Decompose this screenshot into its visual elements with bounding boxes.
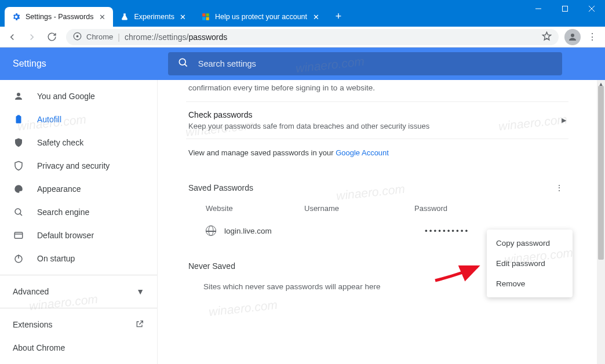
sidebar-about-label: About Chrome [13,343,65,352]
content-area: confirmation every time before signing i… [158,80,605,364]
back-button[interactable] [3,28,21,46]
svg-point-10 [571,34,574,37]
tab-strip: Settings - Passwords ✕ Experiments ✕ Hel… [5,7,327,27]
close-icon[interactable]: ✕ [98,13,106,21]
sidebar-item-label: On startup [37,254,75,263]
person-icon [13,91,24,101]
saved-passwords-title: Saved Passwords [188,183,253,192]
address-bar[interactable]: Chrome | chrome://settings/passwords [66,29,559,45]
vertical-scrollbar[interactable]: ▴ [597,80,605,364]
profile-avatar-button[interactable] [564,29,581,45]
divider: | [118,32,120,42]
sidebar-advanced[interactable]: Advanced ▼ [0,280,157,303]
svg-rect-3 [206,17,209,20]
close-window-button[interactable] [578,0,605,17]
svg-point-9 [76,35,79,37]
window-titlebar: Settings - Passwords ✕ Experiments ✕ Hel… [0,0,605,27]
close-icon[interactable]: ✕ [312,13,320,21]
intro-tail-text: confirmation every time before signing i… [186,82,568,93]
browser-icon [13,230,24,241]
sidebar-item-label: You and Google [37,92,95,101]
forward-button[interactable] [23,28,41,46]
svg-rect-0 [202,13,205,16]
settings-search-input[interactable] [198,59,553,68]
settings-title: Settings [13,59,46,69]
site-info-icon[interactable] [73,32,82,42]
sidebar-item-search-engine[interactable]: Search engine [0,201,157,224]
flask-icon [120,12,129,21]
settings-header: Settings [0,48,605,80]
microsoft-icon [201,12,210,21]
google-account-link[interactable]: Google Account [336,148,389,157]
svg-rect-18 [14,232,23,239]
sidebar-item-default-browser[interactable]: Default browser [0,224,157,247]
sidebar-item-label: Privacy and security [37,161,110,170]
sidebar-item-on-startup[interactable]: On startup [0,247,157,270]
sidebar-item-autofill[interactable]: Autofill [0,108,157,131]
tab-label: Settings - Passwords [25,13,93,21]
divider [0,275,157,275]
shield-icon [13,161,24,171]
password-context-menu: Copy password Edit password Remove [487,230,573,297]
svg-point-11 [179,59,185,65]
sidebar-item-safety-check[interactable]: Safety check [0,131,157,154]
view-manage-text: View and manage saved passwords in your … [188,148,389,157]
close-icon[interactable]: ✕ [179,13,187,21]
settings-sidebar: You and Google Autofill Safety check Pri… [0,80,158,364]
sidebar-item-label: Search engine [37,208,89,217]
bookmark-star-icon[interactable] [542,31,552,43]
svg-rect-5 [563,6,568,12]
sidebar-about-chrome[interactable]: About Chrome [0,336,157,359]
svg-point-13 [17,93,20,96]
content-scroll: confirmation every time before signing i… [158,80,597,364]
svg-rect-15 [17,115,20,117]
chevron-down-icon: ▼ [136,287,144,296]
reload-button[interactable] [43,28,60,46]
check-passwords-subtitle: Keep your passwords safe from data breac… [188,122,562,130]
settings-search-box[interactable] [168,52,562,75]
menu-remove[interactable]: Remove [487,274,573,294]
sidebar-extensions[interactable]: Extensions [0,313,157,336]
sidebar-item-you-and-google[interactable]: You and Google [0,85,157,108]
svg-line-17 [20,213,22,216]
divider [0,308,157,308]
svg-rect-14 [16,116,21,123]
browser-toolbar: Chrome | chrome://settings/passwords ⋮ [0,27,605,48]
menu-copy-password[interactable]: Copy password [487,233,573,253]
col-website: Website [188,204,304,213]
scrollbar-thumb[interactable] [598,86,604,260]
menu-edit-password[interactable]: Edit password [487,253,573,274]
tab-experiments[interactable]: Experiments ✕ [113,7,194,27]
url-path: passwords [188,32,227,42]
sidebar-item-label: Default browser [37,231,94,240]
browser-menu-button[interactable]: ⋮ [583,31,602,42]
check-passwords-title: Check passwords [188,110,562,119]
col-username: Username [304,204,414,213]
new-tab-button[interactable]: + [330,8,347,24]
sidebar-item-label: Safety check [37,138,83,147]
url-prefix: chrome://settings/ [125,32,189,42]
col-password: Password [414,204,566,213]
search-icon [13,207,24,217]
sidebar-item-label: Autofill [37,115,61,124]
saved-passwords-more-button[interactable]: ⋮ [552,183,566,192]
sidebar-item-privacy-security[interactable]: Privacy and security [0,154,157,177]
passwords-table-header: Website Username Password [186,198,568,220]
tab-microsoft-account[interactable]: Help us protect your account ✕ [194,7,327,27]
url-scheme-label: Chrome [86,32,113,41]
tab-label: Help us protect your account [215,13,307,21]
svg-point-16 [15,209,21,214]
power-icon [13,253,24,264]
check-passwords-row[interactable]: Check passwords Keep your passwords safe… [186,101,568,139]
svg-line-12 [184,64,187,67]
tab-label: Experiments [134,13,174,21]
svg-rect-1 [206,13,209,16]
minimize-button[interactable] [525,0,552,17]
maximize-button[interactable] [552,0,578,17]
palette-icon [13,184,24,194]
sidebar-extensions-label: Extensions [13,320,52,329]
svg-rect-2 [202,17,205,20]
tab-settings-passwords[interactable]: Settings - Passwords ✕ [5,7,113,27]
sidebar-item-appearance[interactable]: Appearance [0,177,157,201]
window-controls [525,0,605,17]
